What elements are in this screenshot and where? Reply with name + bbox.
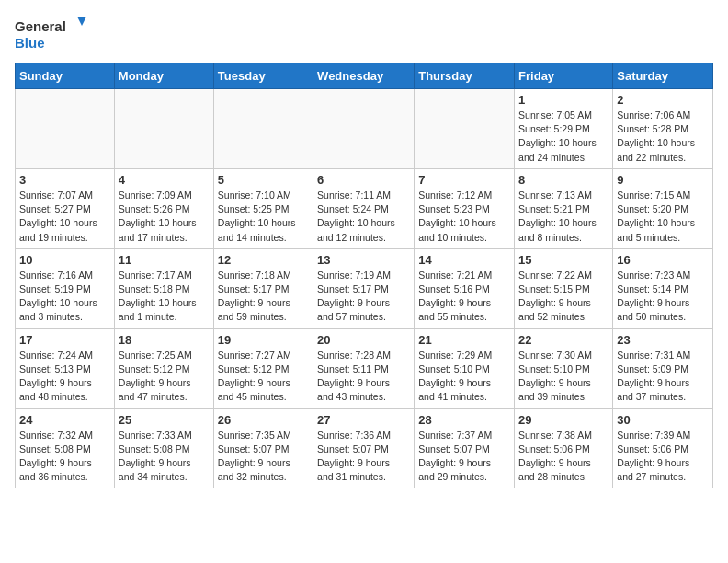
day-info: Sunrise: 7:27 AM Sunset: 5:12 PM Dayligh… <box>218 349 309 405</box>
day-number: 24 <box>19 413 110 427</box>
day-number: 25 <box>119 413 210 427</box>
day-number: 3 <box>19 173 110 187</box>
weekday-header: Saturday <box>613 63 713 89</box>
day-number: 21 <box>418 333 510 347</box>
svg-text:Blue: Blue <box>15 35 45 51</box>
day-info: Sunrise: 7:39 AM Sunset: 5:06 PM Dayligh… <box>617 429 709 485</box>
calendar-cell: 6Sunrise: 7:11 AM Sunset: 5:24 PM Daylig… <box>313 168 415 248</box>
day-number: 1 <box>518 93 609 107</box>
calendar-week-row: 10Sunrise: 7:16 AM Sunset: 5:19 PM Dayli… <box>16 248 713 328</box>
calendar-cell: 26Sunrise: 7:35 AM Sunset: 5:07 PM Dayli… <box>213 408 313 488</box>
calendar-week-row: 1Sunrise: 7:05 AM Sunset: 5:29 PM Daylig… <box>16 89 713 169</box>
day-number: 20 <box>317 333 410 347</box>
calendar-cell <box>16 89 115 169</box>
day-number: 5 <box>218 173 309 187</box>
day-number: 4 <box>119 173 210 187</box>
day-number: 26 <box>218 413 309 427</box>
calendar-cell <box>415 89 515 169</box>
calendar-cell: 5Sunrise: 7:10 AM Sunset: 5:25 PM Daylig… <box>213 168 313 248</box>
day-info: Sunrise: 7:12 AM Sunset: 5:23 PM Dayligh… <box>418 189 510 245</box>
day-number: 12 <box>218 253 309 267</box>
day-number: 29 <box>518 413 609 427</box>
day-info: Sunrise: 7:37 AM Sunset: 5:07 PM Dayligh… <box>418 429 510 485</box>
day-info: Sunrise: 7:13 AM Sunset: 5:21 PM Dayligh… <box>518 189 609 245</box>
calendar-cell: 3Sunrise: 7:07 AM Sunset: 5:27 PM Daylig… <box>16 168 115 248</box>
calendar-cell: 19Sunrise: 7:27 AM Sunset: 5:12 PM Dayli… <box>213 328 313 408</box>
day-number: 23 <box>617 333 709 347</box>
calendar-cell: 27Sunrise: 7:36 AM Sunset: 5:07 PM Dayli… <box>313 408 415 488</box>
calendar-cell: 17Sunrise: 7:24 AM Sunset: 5:13 PM Dayli… <box>16 328 115 408</box>
calendar-cell: 2Sunrise: 7:06 AM Sunset: 5:28 PM Daylig… <box>613 89 713 169</box>
day-info: Sunrise: 7:33 AM Sunset: 5:08 PM Dayligh… <box>119 429 210 485</box>
day-info: Sunrise: 7:06 AM Sunset: 5:28 PM Dayligh… <box>617 109 709 165</box>
calendar-cell: 15Sunrise: 7:22 AM Sunset: 5:15 PM Dayli… <box>515 248 613 328</box>
calendar-cell: 14Sunrise: 7:21 AM Sunset: 5:16 PM Dayli… <box>415 248 515 328</box>
day-info: Sunrise: 7:24 AM Sunset: 5:13 PM Dayligh… <box>19 349 110 405</box>
weekday-header: Monday <box>114 63 213 89</box>
calendar-cell <box>114 89 213 169</box>
day-info: Sunrise: 7:17 AM Sunset: 5:18 PM Dayligh… <box>119 269 210 325</box>
day-info: Sunrise: 7:25 AM Sunset: 5:12 PM Dayligh… <box>119 349 210 405</box>
calendar-cell: 20Sunrise: 7:28 AM Sunset: 5:11 PM Dayli… <box>313 328 415 408</box>
day-info: Sunrise: 7:29 AM Sunset: 5:10 PM Dayligh… <box>418 349 510 405</box>
day-number: 7 <box>418 173 510 187</box>
day-info: Sunrise: 7:18 AM Sunset: 5:17 PM Dayligh… <box>218 269 309 325</box>
day-number: 16 <box>617 253 709 267</box>
day-number: 14 <box>418 253 510 267</box>
day-info: Sunrise: 7:28 AM Sunset: 5:11 PM Dayligh… <box>317 349 410 405</box>
day-info: Sunrise: 7:36 AM Sunset: 5:07 PM Dayligh… <box>317 429 410 485</box>
calendar-cell: 7Sunrise: 7:12 AM Sunset: 5:23 PM Daylig… <box>415 168 515 248</box>
day-number: 17 <box>19 333 110 347</box>
day-info: Sunrise: 7:11 AM Sunset: 5:24 PM Dayligh… <box>317 189 410 245</box>
day-number: 11 <box>119 253 210 267</box>
calendar-cell: 9Sunrise: 7:15 AM Sunset: 5:20 PM Daylig… <box>613 168 713 248</box>
calendar-cell: 21Sunrise: 7:29 AM Sunset: 5:10 PM Dayli… <box>415 328 515 408</box>
calendar-cell: 8Sunrise: 7:13 AM Sunset: 5:21 PM Daylig… <box>515 168 613 248</box>
day-number: 10 <box>19 253 110 267</box>
calendar-cell: 28Sunrise: 7:37 AM Sunset: 5:07 PM Dayli… <box>415 408 515 488</box>
day-info: Sunrise: 7:05 AM Sunset: 5:29 PM Dayligh… <box>518 109 609 165</box>
day-info: Sunrise: 7:07 AM Sunset: 5:27 PM Dayligh… <box>19 189 110 245</box>
calendar-week-row: 17Sunrise: 7:24 AM Sunset: 5:13 PM Dayli… <box>16 328 713 408</box>
svg-text:General: General <box>15 18 66 34</box>
day-info: Sunrise: 7:15 AM Sunset: 5:20 PM Dayligh… <box>617 189 709 245</box>
weekday-header: Thursday <box>415 63 515 89</box>
weekday-header: Friday <box>515 63 613 89</box>
calendar-cell: 18Sunrise: 7:25 AM Sunset: 5:12 PM Dayli… <box>114 328 213 408</box>
day-info: Sunrise: 7:31 AM Sunset: 5:09 PM Dayligh… <box>617 349 709 405</box>
day-number: 28 <box>418 413 510 427</box>
calendar-cell: 12Sunrise: 7:18 AM Sunset: 5:17 PM Dayli… <box>213 248 313 328</box>
day-number: 19 <box>218 333 309 347</box>
day-number: 15 <box>518 253 609 267</box>
calendar-cell <box>313 89 415 169</box>
logo: General Blue <box>15 15 88 55</box>
calendar-cell: 29Sunrise: 7:38 AM Sunset: 5:06 PM Dayli… <box>515 408 613 488</box>
calendar-cell: 1Sunrise: 7:05 AM Sunset: 5:29 PM Daylig… <box>515 89 613 169</box>
logo-svg: General Blue <box>15 15 88 55</box>
day-info: Sunrise: 7:30 AM Sunset: 5:10 PM Dayligh… <box>518 349 609 405</box>
day-info: Sunrise: 7:10 AM Sunset: 5:25 PM Dayligh… <box>218 189 309 245</box>
day-number: 6 <box>317 173 410 187</box>
weekday-header-row: SundayMondayTuesdayWednesdayThursdayFrid… <box>16 63 713 89</box>
calendar-week-row: 24Sunrise: 7:32 AM Sunset: 5:08 PM Dayli… <box>16 408 713 488</box>
calendar-cell: 30Sunrise: 7:39 AM Sunset: 5:06 PM Dayli… <box>613 408 713 488</box>
day-number: 9 <box>617 173 709 187</box>
day-info: Sunrise: 7:38 AM Sunset: 5:06 PM Dayligh… <box>518 429 609 485</box>
weekday-header: Sunday <box>16 63 115 89</box>
calendar-cell: 10Sunrise: 7:16 AM Sunset: 5:19 PM Dayli… <box>16 248 115 328</box>
day-info: Sunrise: 7:16 AM Sunset: 5:19 PM Dayligh… <box>19 269 110 325</box>
day-number: 8 <box>518 173 609 187</box>
day-number: 22 <box>518 333 609 347</box>
day-info: Sunrise: 7:21 AM Sunset: 5:16 PM Dayligh… <box>418 269 510 325</box>
calendar-cell: 11Sunrise: 7:17 AM Sunset: 5:18 PM Dayli… <box>114 248 213 328</box>
day-number: 18 <box>119 333 210 347</box>
day-info: Sunrise: 7:35 AM Sunset: 5:07 PM Dayligh… <box>218 429 309 485</box>
day-number: 27 <box>317 413 410 427</box>
calendar-week-row: 3Sunrise: 7:07 AM Sunset: 5:27 PM Daylig… <box>16 168 713 248</box>
day-info: Sunrise: 7:22 AM Sunset: 5:15 PM Dayligh… <box>518 269 609 325</box>
day-info: Sunrise: 7:32 AM Sunset: 5:08 PM Dayligh… <box>19 429 110 485</box>
calendar-cell <box>213 89 313 169</box>
calendar-cell: 24Sunrise: 7:32 AM Sunset: 5:08 PM Dayli… <box>16 408 115 488</box>
day-info: Sunrise: 7:19 AM Sunset: 5:17 PM Dayligh… <box>317 269 410 325</box>
day-number: 30 <box>617 413 709 427</box>
